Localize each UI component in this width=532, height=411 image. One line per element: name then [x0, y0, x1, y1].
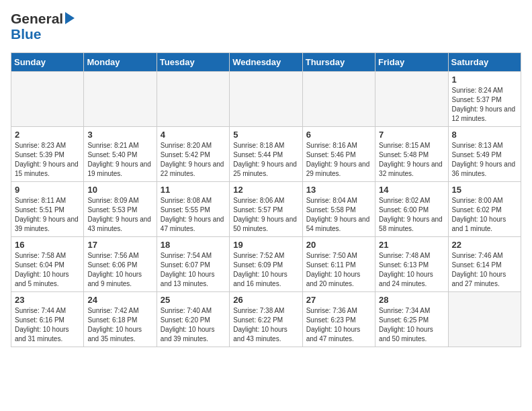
calendar-cell	[448, 292, 521, 347]
calendar-cell: 24Sunrise: 7:42 AM Sunset: 6:18 PM Dayli…	[84, 292, 157, 347]
day-number: 20	[306, 240, 371, 250]
day-info: Sunrise: 7:48 AM Sunset: 6:13 PM Dayligh…	[379, 251, 444, 289]
calendar-cell: 11Sunrise: 8:08 AM Sunset: 5:55 PM Dayli…	[157, 182, 229, 237]
day-info: Sunrise: 8:02 AM Sunset: 6:00 PM Dayligh…	[379, 196, 444, 234]
day-info: Sunrise: 7:34 AM Sunset: 6:25 PM Dayligh…	[379, 306, 444, 344]
calendar-cell: 4Sunrise: 8:20 AM Sunset: 5:42 PM Daylig…	[157, 127, 229, 182]
day-info: Sunrise: 7:56 AM Sunset: 6:06 PM Dayligh…	[87, 251, 152, 289]
calendar-cell: 15Sunrise: 8:00 AM Sunset: 6:02 PM Dayli…	[448, 182, 521, 237]
day-number: 16	[15, 240, 80, 250]
calendar-cell: 13Sunrise: 8:04 AM Sunset: 5:58 PM Dayli…	[302, 182, 375, 237]
day-number: 22	[452, 240, 517, 250]
day-info: Sunrise: 8:06 AM Sunset: 5:57 PM Dayligh…	[233, 196, 298, 234]
day-number: 25	[161, 295, 226, 305]
week-row-3: 9Sunrise: 8:11 AM Sunset: 5:51 PM Daylig…	[11, 182, 521, 237]
day-info: Sunrise: 8:11 AM Sunset: 5:51 PM Dayligh…	[15, 196, 80, 234]
day-info: Sunrise: 8:24 AM Sunset: 5:37 PM Dayligh…	[452, 86, 517, 124]
day-number: 7	[379, 130, 444, 140]
day-number: 28	[379, 295, 444, 305]
calendar-cell: 25Sunrise: 7:40 AM Sunset: 6:20 PM Dayli…	[157, 292, 229, 347]
calendar-cell: 23Sunrise: 7:44 AM Sunset: 6:16 PM Dayli…	[11, 292, 84, 347]
day-info: Sunrise: 8:18 AM Sunset: 5:44 PM Dayligh…	[233, 141, 298, 179]
day-number: 24	[87, 295, 152, 305]
calendar-cell	[84, 72, 157, 127]
day-info: Sunrise: 8:09 AM Sunset: 5:53 PM Dayligh…	[87, 196, 152, 234]
day-info: Sunrise: 8:16 AM Sunset: 5:46 PM Dayligh…	[306, 141, 371, 179]
day-header-thursday: Thursday	[302, 53, 375, 72]
calendar-table: SundayMondayTuesdayWednesdayThursdayFrid…	[11, 52, 521, 347]
calendar-cell: 27Sunrise: 7:36 AM Sunset: 6:23 PM Dayli…	[302, 292, 375, 347]
calendar-cell: 10Sunrise: 8:09 AM Sunset: 5:53 PM Dayli…	[84, 182, 157, 237]
calendar-cell	[157, 72, 229, 127]
calendar-cell: 16Sunrise: 7:58 AM Sunset: 6:04 PM Dayli…	[11, 237, 84, 292]
day-number: 27	[306, 295, 371, 305]
calendar-cell: 7Sunrise: 8:15 AM Sunset: 5:48 PM Daylig…	[375, 127, 448, 182]
calendar-cell: 1Sunrise: 8:24 AM Sunset: 5:37 PM Daylig…	[448, 72, 521, 127]
day-number: 2	[15, 130, 80, 140]
day-info: Sunrise: 8:15 AM Sunset: 5:48 PM Dayligh…	[379, 141, 444, 179]
day-number: 11	[161, 185, 226, 195]
day-number: 17	[87, 240, 152, 250]
day-number: 5	[233, 130, 298, 140]
day-info: Sunrise: 7:58 AM Sunset: 6:04 PM Dayligh…	[15, 251, 80, 289]
day-info: Sunrise: 7:36 AM Sunset: 6:23 PM Dayligh…	[306, 306, 371, 344]
day-number: 8	[452, 130, 517, 140]
calendar-cell: 9Sunrise: 8:11 AM Sunset: 5:51 PM Daylig…	[11, 182, 84, 237]
day-header-saturday: Saturday	[448, 53, 521, 72]
calendar-cell	[230, 72, 302, 127]
week-row-5: 23Sunrise: 7:44 AM Sunset: 6:16 PM Dayli…	[11, 292, 521, 347]
day-number: 23	[15, 295, 80, 305]
week-row-4: 16Sunrise: 7:58 AM Sunset: 6:04 PM Dayli…	[11, 237, 521, 292]
day-number: 14	[379, 185, 444, 195]
header: General Blue	[11, 11, 521, 46]
logo: General Blue	[11, 11, 78, 46]
calendar-cell: 12Sunrise: 8:06 AM Sunset: 5:57 PM Dayli…	[230, 182, 302, 237]
calendar-cell: 18Sunrise: 7:54 AM Sunset: 6:07 PM Dayli…	[157, 237, 229, 292]
day-info: Sunrise: 7:42 AM Sunset: 6:18 PM Dayligh…	[87, 306, 152, 344]
day-header-monday: Monday	[84, 53, 157, 72]
week-row-2: 2Sunrise: 8:23 AM Sunset: 5:39 PM Daylig…	[11, 127, 521, 182]
day-info: Sunrise: 8:13 AM Sunset: 5:49 PM Dayligh…	[452, 141, 517, 179]
day-info: Sunrise: 7:52 AM Sunset: 6:09 PM Dayligh…	[233, 251, 298, 289]
calendar-cell: 26Sunrise: 7:38 AM Sunset: 6:22 PM Dayli…	[230, 292, 302, 347]
day-info: Sunrise: 8:08 AM Sunset: 5:55 PM Dayligh…	[161, 196, 226, 234]
day-number: 13	[306, 185, 371, 195]
day-header-sunday: Sunday	[11, 53, 84, 72]
day-number: 15	[452, 185, 517, 195]
calendar-cell: 5Sunrise: 8:18 AM Sunset: 5:44 PM Daylig…	[230, 127, 302, 182]
calendar-cell: 17Sunrise: 7:56 AM Sunset: 6:06 PM Dayli…	[84, 237, 157, 292]
day-number: 12	[233, 185, 298, 195]
day-info: Sunrise: 8:21 AM Sunset: 5:40 PM Dayligh…	[87, 141, 152, 179]
calendar-cell: 14Sunrise: 8:02 AM Sunset: 6:00 PM Dayli…	[375, 182, 448, 237]
day-info: Sunrise: 7:50 AM Sunset: 6:11 PM Dayligh…	[306, 251, 371, 289]
calendar-body: 1Sunrise: 8:24 AM Sunset: 5:37 PM Daylig…	[11, 72, 521, 347]
day-header-tuesday: Tuesday	[157, 53, 229, 72]
day-number: 18	[161, 240, 226, 250]
day-number: 3	[87, 130, 152, 140]
day-info: Sunrise: 7:54 AM Sunset: 6:07 PM Dayligh…	[161, 251, 226, 289]
calendar-cell: 8Sunrise: 8:13 AM Sunset: 5:49 PM Daylig…	[448, 127, 521, 182]
calendar-cell: 19Sunrise: 7:52 AM Sunset: 6:09 PM Dayli…	[230, 237, 302, 292]
day-number: 6	[306, 130, 371, 140]
day-number: 4	[161, 130, 226, 140]
day-info: Sunrise: 8:20 AM Sunset: 5:42 PM Dayligh…	[161, 141, 226, 179]
calendar-cell: 28Sunrise: 7:34 AM Sunset: 6:25 PM Dayli…	[375, 292, 448, 347]
day-info: Sunrise: 7:46 AM Sunset: 6:14 PM Dayligh…	[452, 251, 517, 289]
day-number: 19	[233, 240, 298, 250]
day-info: Sunrise: 8:04 AM Sunset: 5:58 PM Dayligh…	[306, 196, 371, 234]
day-info: Sunrise: 7:44 AM Sunset: 6:16 PM Dayligh…	[15, 306, 80, 344]
day-number: 1	[452, 75, 517, 85]
day-info: Sunrise: 7:40 AM Sunset: 6:20 PM Dayligh…	[161, 306, 226, 344]
week-row-1: 1Sunrise: 8:24 AM Sunset: 5:37 PM Daylig…	[11, 72, 521, 127]
calendar-cell	[375, 72, 448, 127]
day-number: 26	[233, 295, 298, 305]
day-info: Sunrise: 7:38 AM Sunset: 6:22 PM Dayligh…	[233, 306, 298, 344]
day-number: 10	[87, 185, 152, 195]
calendar-header-row: SundayMondayTuesdayWednesdayThursdayFrid…	[11, 53, 521, 72]
day-info: Sunrise: 8:23 AM Sunset: 5:39 PM Dayligh…	[15, 141, 80, 179]
day-header-friday: Friday	[375, 53, 448, 72]
day-number: 21	[379, 240, 444, 250]
calendar-cell: 3Sunrise: 8:21 AM Sunset: 5:40 PM Daylig…	[84, 127, 157, 182]
calendar-cell: 21Sunrise: 7:48 AM Sunset: 6:13 PM Dayli…	[375, 237, 448, 292]
calendar-cell	[11, 72, 84, 127]
